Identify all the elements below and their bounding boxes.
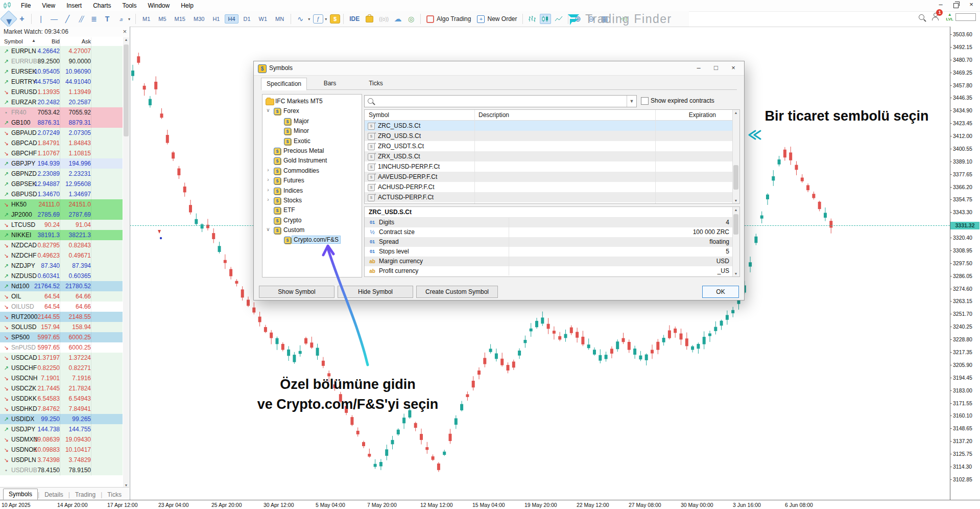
minimize-icon[interactable]: –: [933, 0, 948, 10]
market-watch-row-eursek[interactable]: ↗EURSEK10.9540510.96090: [0, 66, 123, 77]
symbol-row-zro_usdt.s.ct[interactable]: $ZRO_USDT.S.Ct: [365, 141, 739, 151]
price-axis[interactable]: 3503.603492.153480.703469.253457.803446.…: [950, 27, 980, 500]
dialog-tab-bars[interactable]: Bars: [307, 77, 353, 90]
chevron-down-icon[interactable]: ▼: [627, 96, 636, 107]
timeframe-w1[interactable]: W1: [256, 14, 271, 24]
chevron-right-icon[interactable]: ›: [266, 167, 271, 173]
market-watch-row-gbpnzd[interactable]: ↗GBPNZD2.230892.23231: [0, 169, 123, 179]
candles-style-icon[interactable]: [540, 14, 551, 24]
symbol-row-zrx_usd.s.ct[interactable]: $ZRX_USD.S.Ct: [365, 151, 739, 161]
tree-item-ifc-markets-mt5[interactable]: IFC Markets MT5: [262, 97, 362, 106]
market-watch-row-gbpcad[interactable]: ↘GBPCAD1.847911.84843: [0, 138, 123, 148]
chevron-down-icon[interactable]: ∨: [266, 107, 271, 113]
tree-item-minor[interactable]: $Minor: [262, 126, 362, 136]
market-watch-row-gb100[interactable]: ↗GB1008876.318879.31: [0, 118, 123, 128]
dialog-tab-ticks[interactable]: Ticks: [353, 77, 399, 90]
tree-item-gold-instrument[interactable]: $Gold Instrument: [262, 156, 362, 166]
tree-item-etf[interactable]: $ETF: [262, 205, 362, 215]
bars-style-icon[interactable]: [527, 14, 538, 24]
chevron-down-icon[interactable]: ▾: [126, 13, 132, 25]
market-watch-row-usdcnh[interactable]: ↘USDCNH7.19017.1916: [0, 373, 123, 383]
chevron-down-icon[interactable]: ▾: [306, 13, 312, 25]
restore-icon[interactable]: [948, 0, 964, 10]
timeframe-m5[interactable]: M5: [155, 14, 169, 24]
menu-item-view[interactable]: View: [36, 0, 61, 11]
symbol-row-zro_usd.s.ct[interactable]: $ZRO_USD.S.Ct: [365, 131, 739, 141]
vps-cloud-icon[interactable]: ☁: [392, 13, 404, 25]
line-style-icon[interactable]: [553, 14, 564, 24]
chevron-right-icon[interactable]: ›: [266, 187, 271, 193]
market-watch-row-sp500[interactable]: ↘SP5005997.656000.25: [0, 332, 123, 342]
market-watch-row-gbpaud[interactable]: ↘GBPAUD2.072492.07305: [0, 128, 123, 138]
market-watch-row-usdpln[interactable]: ↘USDPLN3.743983.74829: [0, 455, 123, 465]
close-icon[interactable]: ×: [964, 0, 979, 10]
market-watch-row-usddkk[interactable]: ↘USDDKK6.545836.54943: [0, 394, 123, 404]
market-watch-row-nd100[interactable]: ↗Nd10021764.5221780.52: [0, 281, 123, 291]
market-watch-row-eurusd[interactable]: ↘EURUSD1.139351.13949: [0, 87, 123, 97]
menu-item-tools[interactable]: Tools: [117, 0, 142, 11]
trendline-icon[interactable]: ╱: [61, 13, 74, 25]
scrollbar-thumb[interactable]: [124, 44, 129, 136]
timeframe-m30[interactable]: M30: [190, 14, 207, 24]
close-icon[interactable]: ×: [123, 28, 127, 35]
chevron-down-icon[interactable]: ∨: [266, 226, 271, 232]
vertical-line-icon[interactable]: |: [35, 13, 47, 25]
market-watch-row-usdmxn[interactable]: ↘USDMXN19.0863919.09430: [0, 434, 123, 445]
market-watch-row-gbpusd[interactable]: ↗GBPUSD1.346701.34697: [0, 189, 123, 199]
market-watch-row-eurtry[interactable]: ↗EURTRY44.5754044.91040: [0, 77, 123, 87]
line-studies-icon[interactable]: ∿: [294, 13, 306, 25]
create-custom-symbol-button[interactable]: Create Custom Symbol: [416, 286, 498, 298]
market-watch-row-oilusd[interactable]: ↘OILUSD64.5464.66: [0, 302, 123, 312]
tree-item-precious-metal[interactable]: $Precious Metal: [262, 146, 362, 156]
symbol-row-achusd-perp.f.ct[interactable]: $ACHUSD-PERP.F.Ct: [365, 182, 739, 192]
scroll-up-icon[interactable]: ▲: [123, 38, 129, 41]
market-watch-scrollbar[interactable]: ▲ ▼: [123, 37, 129, 488]
symbol-search-field[interactable]: ▼: [364, 95, 637, 107]
tab-symbols[interactable]: Symbols: [3, 489, 38, 500]
menu-item-insert[interactable]: Insert: [61, 0, 87, 11]
horizontal-line-icon[interactable]: —: [48, 13, 60, 25]
crosshair-icon[interactable]: +: [16, 13, 28, 25]
market-watch-row-jp2000[interactable]: ↗JP20002785.692787.69: [0, 210, 123, 220]
market-watch-row-nzdjpy[interactable]: ↗NZDJPY87.34087.394: [0, 261, 123, 271]
symbol-row-aaveusd-perp.f.ct[interactable]: $AAVEUSD-PERP.F.Ct: [365, 172, 739, 182]
market-watch-row-oil[interactable]: ↘OIL64.5464.66: [0, 291, 123, 302]
text-tool-icon[interactable]: T: [101, 13, 113, 25]
search-icon[interactable]: [919, 14, 924, 20]
signals-icon[interactable]: ((o)): [376, 16, 391, 22]
scroll-down-icon[interactable]: ▼: [733, 199, 739, 202]
scrollbar-thumb[interactable]: [733, 165, 738, 190]
market-watch-row-usdczk[interactable]: ↘USDCZK21.744521.7824: [0, 383, 123, 394]
chevron-right-icon[interactable]: ›: [266, 197, 271, 202]
tree-item-commodities[interactable]: ›$Commodities: [262, 166, 362, 176]
market-watch-row-fr40[interactable]: •FR407053.427055.92: [0, 107, 123, 118]
market-watch-row-rut2000[interactable]: ↘RUT20002144.552148.55: [0, 312, 123, 322]
ok-button[interactable]: OK: [702, 286, 739, 298]
market-watch-row-gbpsek[interactable]: ↗GBPSEK12.9488712.95608: [0, 179, 123, 189]
scrollbar-thumb[interactable]: [733, 214, 738, 235]
tree-item-exotic[interactable]: $Exotic: [262, 136, 362, 146]
show-expired-checkbox[interactable]: [641, 97, 649, 105]
symbol-list-header[interactable]: Symbol Description Expiration: [365, 110, 739, 121]
chevron-down-icon[interactable]: ▾: [323, 13, 329, 25]
time-axis[interactable]: 10 Apr 202514 Apr 20:0017 Apr 12:0023 Ap…: [0, 500, 980, 509]
menu-item-file[interactable]: File: [15, 0, 36, 11]
market-watch-row-usdchf[interactable]: ↗USDCHF0.822500.82271: [0, 363, 123, 373]
maximize-icon[interactable]: □: [707, 63, 725, 74]
scroll-up-icon[interactable]: ▲: [733, 111, 739, 114]
timeframe-h4[interactable]: H4: [225, 14, 238, 24]
symbol-row-zrc_usd.s.ct[interactable]: $ZRC_USD.S.Ct: [365, 121, 739, 131]
menu-item-charts[interactable]: Charts: [87, 0, 116, 11]
user-account[interactable]: 1: [931, 13, 939, 21]
algo-trading-button[interactable]: Algo Trading: [426, 15, 471, 23]
market-watch-row-usdnok[interactable]: ↘USDNOK10.0988310.10417: [0, 445, 123, 455]
close-icon[interactable]: ×: [725, 63, 742, 74]
indicators-icon[interactable]: ƒ: [313, 14, 323, 24]
shapes-icon[interactable]: ▵▫: [114, 13, 127, 25]
symbol-list-scrollbar[interactable]: ▲ ▼: [732, 110, 739, 203]
tree-item-indices[interactable]: ›$Indices: [262, 186, 362, 196]
spec-scrollbar[interactable]: ▲ ▼: [732, 207, 739, 276]
market-icon[interactable]: [363, 14, 376, 24]
market-watch-row-usdhkd[interactable]: ↘USDHKD7.847627.84941: [0, 404, 123, 414]
timeframe-mn[interactable]: MN: [272, 14, 287, 24]
